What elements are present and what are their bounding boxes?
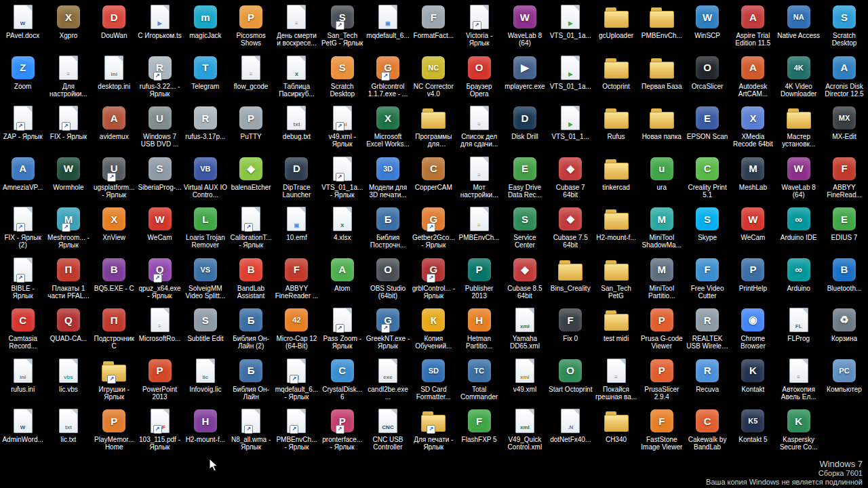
desktop-icon[interactable]: A Acronis Disk Director 12.5 (821, 52, 867, 103)
desktop-icon[interactable]: P PlayMemor... Home (92, 405, 137, 456)
desktop-icon[interactable]: H Hetman Partitio... (456, 304, 502, 355)
desktop-icon[interactable]: ≡↗ Pass Zoom - Ярлык (319, 304, 365, 355)
desktop-icon[interactable]: Z↗ PMBEnvCh... - Ярлык (274, 405, 319, 456)
desktop-icon[interactable]: gcUploader (593, 1, 639, 52)
desktop-icon[interactable]: S SiberiaProg-... (137, 153, 182, 204)
desktop-icon[interactable]: ◆ Cubase 7 64bit (548, 153, 593, 204)
desktop-icon[interactable]: M MiniTool ShadowMa... (639, 203, 684, 254)
desktop-icon[interactable]: NC NC Corrector v4.0 (411, 52, 456, 103)
desktop-icon[interactable]: ↗ Для печати - Ярлык (411, 405, 456, 456)
desktop-icon[interactable]: txt debug.txt (274, 102, 319, 153)
desktop-icon[interactable]: ≡ Покайся грешная ва... (593, 355, 639, 406)
desktop-icon[interactable]: xml v49.xml (502, 355, 547, 406)
desktop-icon[interactable]: tinkercad (593, 153, 639, 204)
desktop-icon[interactable]: Новая папка (639, 102, 684, 153)
desktop-icon[interactable]: O Start Octoprint (548, 355, 593, 406)
desktop-icon[interactable]: ≡ flow_gcode (228, 52, 273, 103)
desktop-icon[interactable]: S Skype (684, 203, 730, 254)
desktop-icon[interactable]: P Picosmos Shows (228, 1, 273, 52)
desktop-icon[interactable]: П Плакаты 1 части PFAL... (45, 254, 91, 305)
desktop-icon[interactable]: X XMedia Recode 64bit (730, 102, 776, 153)
desktop-icon[interactable]: Б Библия Он-Лайн (2) (228, 304, 273, 355)
desktop-icon[interactable]: ≡ Автокопия Авель Ел... (776, 355, 821, 406)
desktop-icon[interactable]: xml Yamaha DD65.xml (502, 304, 547, 355)
desktop-icon[interactable]: Z↗ ZAP - Ярлык (0, 102, 45, 153)
desktop-icon[interactable]: ▲↗ CalibrationT... - Ярлык (228, 203, 273, 254)
desktop-icon[interactable]: C Cakewalk by BandLab (684, 405, 730, 456)
desktop-icon[interactable]: CNC CNC USB Controller (365, 405, 410, 456)
desktop-icon[interactable]: u ura (639, 153, 684, 204)
desktop-icon[interactable]: D DipTrace Launcher (274, 153, 319, 204)
desktop-icon[interactable]: CH340 (593, 405, 639, 456)
desktop-icon[interactable]: R Recuva (684, 355, 730, 406)
desktop-icon[interactable]: O OBS Studio (64bit) (365, 254, 410, 305)
desktop-icon[interactable]: G↗ GreekNT.exe - Ярлык (365, 304, 410, 355)
desktop-icon[interactable]: NA Native Access (776, 1, 821, 52)
desktop-icon[interactable]: V↗ Victoria - Ярлык (456, 1, 502, 52)
desktop-icon[interactable]: m magicJack (182, 1, 228, 52)
desktop-icon[interactable]: M MeshLab (730, 153, 776, 204)
desktop-icon[interactable]: D Disk Drill (502, 102, 547, 153)
desktop-icon[interactable]: .N dotNetFx40... (548, 405, 593, 456)
desktop-icon[interactable]: F FastStone Image Viewer (639, 405, 684, 456)
desktop-icon[interactable]: ▶ VTS_01_1... (548, 102, 593, 153)
desktop-icon[interactable]: ▶ С Игорьком.ts (137, 1, 182, 52)
desktop-icon[interactable]: ▣↗ mqdefault_6... - Ярлык (274, 355, 319, 406)
desktop-icon[interactable]: ∞ Arduino (776, 254, 821, 305)
desktop-icon[interactable]: vbs lic.vbs (45, 355, 91, 406)
desktop-icon[interactable]: R↗ rufus-3.22... - Ярлык (137, 52, 182, 103)
desktop-icon[interactable]: ▶↗ VTS_01_1a... - Ярлык (319, 153, 365, 204)
desktop-icon[interactable]: X Microsoft Excel Works... (365, 102, 410, 153)
desktop-icon[interactable]: C CopperCAM (411, 153, 456, 204)
desktop-icon[interactable]: ▣ mqdefault_6... (365, 1, 410, 52)
desktop-icon[interactable]: G↗ grblControl... - Ярлык (411, 254, 456, 305)
desktop-icon[interactable]: C Camtasia Record... (0, 304, 45, 355)
desktop-icon[interactable]: PDF↗ 103_115.pdf - Ярлык (137, 405, 182, 456)
desktop-icon[interactable]: 3D Модели для 3D печати... (365, 153, 410, 204)
desktop-icon[interactable]: G↗ Getber2Gco... - Ярлык (411, 203, 456, 254)
desktop-icon[interactable]: K Kontakt (730, 355, 776, 406)
desktop-icon[interactable]: S Scratch Desktop (821, 1, 867, 52)
desktop-icon[interactable]: Q↗ qpuz_x64.exe - Ярлык (137, 254, 182, 305)
desktop-icon[interactable]: 42 Micro-Cap 12 (64-Bit) (274, 304, 319, 355)
desktop-icon[interactable]: ≡ Для настройки... (45, 52, 91, 103)
desktop-icon[interactable]: ♪↗ N8_all.wma - Ярлык (228, 405, 273, 456)
desktop-icon[interactable]: ◆ Cubase 8.5 64bit (502, 254, 547, 305)
desktop-icon[interactable]: VS SolveigMM Video Splitt... (182, 254, 228, 305)
desktop-icon[interactable]: txt lic.txt (45, 405, 91, 456)
desktop-icon[interactable]: ≡ Мот настройки... (456, 153, 502, 204)
desktop-icon[interactable]: ↗ Игрушки - Ярлык (92, 355, 137, 406)
desktop-icon[interactable]: F FlashFXP 5 (456, 405, 502, 456)
desktop-icon[interactable]: ▶ mplayerc.exe (502, 52, 547, 103)
desktop-icon[interactable]: A Atom (319, 254, 365, 305)
desktop-icon[interactable]: ♻ Корзина (821, 304, 867, 355)
desktop-icon[interactable]: A Autodesk ArtCAM... (730, 52, 776, 103)
desktop-icon[interactable]: Б Библия Он-Лайн (228, 355, 273, 406)
desktop-icon[interactable]: F Fix 0 (548, 304, 593, 355)
desktop-icon[interactable]: VB Virtual AUX IO Contro... (182, 153, 228, 204)
desktop-icon[interactable]: P PowerPoint 2013 (137, 355, 182, 406)
desktop-icon[interactable]: П Подстрочник С (92, 304, 137, 355)
desktop-icon[interactable]: xml V49_Quick Control.xml (502, 405, 547, 456)
desktop-icon[interactable]: X 4.xlsx (319, 203, 365, 254)
desktop-icon[interactable]: ▣ 10.emf (274, 203, 319, 254)
desktop-icon[interactable]: Мастер установк... (776, 102, 821, 153)
desktop-icon[interactable]: S Service Center (502, 203, 547, 254)
desktop-icon[interactable]: Bins_Creality (548, 254, 593, 305)
desktop-icon[interactable]: ▶ VTS_01_1a... (548, 52, 593, 103)
desktop-icon[interactable]: Z Zoom (0, 52, 45, 103)
desktop-icon[interactable]: S Scratch Desktop (319, 52, 365, 103)
desktop-icon[interactable]: P PrusaSlicer 2.9.4 (639, 355, 684, 406)
desktop-icon[interactable]: ∞ Arduino IDE (776, 203, 821, 254)
desktop-icon[interactable]: X Таблица Пасиркуб... (274, 52, 319, 103)
desktop-icon[interactable]: W WaveLab 8 (64) (502, 1, 547, 52)
desktop-icon[interactable]: W WeCam (137, 203, 182, 254)
desktop-icon[interactable]: W WeCam (730, 203, 776, 254)
desktop-icon[interactable]: F↗ FIX - Ярлык (45, 102, 91, 153)
desktop-icon[interactable]: L Loaris Trojan Remover (182, 203, 228, 254)
desktop-icon[interactable]: P Prusa G-code Viewer (639, 304, 684, 355)
desktop-icon[interactable]: E EPSON Scan (684, 102, 730, 153)
desktop-icon[interactable]: W Wormhole (45, 153, 91, 204)
desktop-icon[interactable]: D DouWan (92, 1, 137, 52)
desktop-icon[interactable]: 4K 4K Video Downloader (776, 52, 821, 103)
